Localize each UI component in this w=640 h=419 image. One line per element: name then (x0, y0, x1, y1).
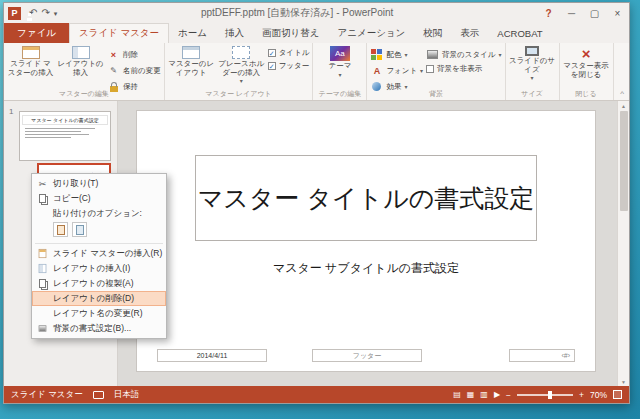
tab-acrobat[interactable]: ACROBAT (488, 23, 551, 43)
paste-options-row (32, 221, 166, 241)
delete-icon: × (111, 50, 116, 60)
powerpoint-window: P ↶ ↷ ▾ pptDEFF.pptm [自動保存済み] - PowerPoi… (3, 2, 630, 404)
rename-button[interactable]: ✎ 名前の変更 (107, 64, 161, 77)
maximize-button[interactable]: ▢ (583, 3, 606, 23)
background-styles-button[interactable]: 背景のスタイル ▾ (426, 48, 501, 61)
footer-placeholder[interactable]: フッター (312, 349, 422, 362)
keyboard-icon (93, 391, 104, 399)
colors-icon (371, 49, 376, 54)
slide-size-label: スライドのサイズ (509, 57, 556, 74)
fit-slide-to-window-button[interactable] (613, 390, 622, 399)
themes-icon: Aa (330, 46, 350, 61)
cut-icon: ✂ (37, 179, 48, 189)
menu-copy-label: コピー(C) (53, 193, 91, 205)
group-edit-master: スライド マスターの挿入 レイアウトの挿入 × 削除 ✎ 名前の変更 (4, 43, 165, 100)
menu-cut[interactable]: ✂ 切り取り(T) (32, 176, 166, 191)
insert-slide-master-label: スライド マスターの挿入 (7, 60, 54, 77)
scroll-up-icon[interactable]: ▲ (621, 101, 626, 110)
zoom-in-button[interactable]: + (579, 390, 584, 400)
app-icon[interactable]: P (8, 7, 21, 20)
normal-view-button[interactable]: ▤ (453, 391, 461, 399)
menu-cut-label: 切り取り(T) (53, 178, 98, 190)
paste-picture-button[interactable] (72, 222, 87, 237)
menu-separator (35, 243, 163, 244)
insert-layout-icon (72, 46, 90, 59)
master-thumbnail-bullets (22, 128, 108, 138)
master-layout-button[interactable]: マスターのレイアウト (168, 45, 215, 77)
copy-icon (39, 194, 46, 203)
menu-rename-layout[interactable]: レイアウト名の変更(R) (32, 306, 166, 321)
context-menu: ✂ 切り取り(T) コピー(C) 貼り付けのオプション: スライド マスターの挿… (31, 173, 167, 339)
close-button[interactable]: × (606, 3, 629, 23)
reading-view-button[interactable]: ▥ (480, 391, 488, 399)
tab-home[interactable]: ホーム (169, 23, 216, 43)
menu-delete-layout[interactable]: レイアウトの削除(D) (32, 291, 166, 306)
tab-slide-master[interactable]: スライド マスター (69, 23, 169, 43)
zoom-level[interactable]: 70% (590, 390, 607, 400)
checkbox-checked-icon: ✓ (268, 49, 276, 57)
tab-review[interactable]: 校閲 (414, 23, 451, 43)
slide-canvas[interactable]: マスター タイトルの書式設定 マスター サブタイトルの書式設定 2014/4/1… (136, 110, 596, 372)
insert-slide-master-icon (22, 46, 40, 59)
insert-slide-master-button[interactable]: スライド マスターの挿入 (7, 45, 54, 77)
menu-insert-layout-label: レイアウトの挿入(I) (53, 263, 130, 275)
scrollbar-thumb[interactable] (620, 111, 628, 211)
subtitle-placeholder[interactable]: マスター サブタイトルの書式設定 (197, 257, 535, 279)
master-layout-icon (182, 46, 200, 59)
insert-placeholder-button[interactable]: プレースホルダーの挿入 ▾ (218, 45, 265, 85)
tab-view[interactable]: 表示 (451, 23, 488, 43)
collapse-ribbon-button[interactable]: ^ (620, 89, 624, 98)
zoom-out-button[interactable]: − (506, 390, 511, 400)
dropdown-icon: ▾ (531, 75, 534, 82)
insert-placeholder-icon (232, 46, 250, 59)
slideshow-button[interactable]: ▶ (494, 391, 500, 399)
fonts-icon: A (374, 66, 381, 76)
themes-button[interactable]: Aa テーマ ▾ (316, 45, 363, 79)
master-slide-thumbnail[interactable]: マスター タイトルの書式設定 (19, 111, 111, 161)
redo-button[interactable]: ↷ (41, 8, 49, 18)
slide-size-button[interactable]: スライドのサイズ ▾ (509, 45, 556, 82)
slide-number-placeholder[interactable]: ‹#› (509, 349, 575, 362)
date-placeholder[interactable]: 2014/4/11 (157, 349, 267, 362)
slide-sorter-view-button[interactable]: ▦ (467, 391, 475, 399)
help-button[interactable]: ? (537, 3, 560, 23)
tab-transitions[interactable]: 画面切り替え (253, 23, 328, 43)
checkbox-unchecked-icon (426, 65, 434, 73)
insert-layout-icon (39, 264, 47, 273)
language-indicator[interactable]: 日本語 (114, 389, 140, 401)
paste-picture-icon (76, 225, 84, 235)
insert-layout-button[interactable]: レイアウトの挿入 (57, 45, 104, 77)
group-close: × マスター表示を閉じる 閉じる (560, 43, 614, 100)
menu-duplicate-layout[interactable]: レイアウトの複製(A) (32, 276, 166, 291)
minimize-button[interactable]: ─ (560, 3, 583, 23)
title-placeholder[interactable]: マスター タイトルの書式設定 (195, 155, 537, 241)
group-label-master-layout: マスター レイアウト (165, 89, 313, 99)
group-label-background: 背景 (367, 89, 504, 99)
format-background-icon (39, 325, 47, 331)
ribbon: スライド マスターの挿入 レイアウトの挿入 × 削除 ✎ 名前の変更 (4, 43, 629, 101)
menu-format-background[interactable]: 背景の書式設定(B)... (32, 321, 166, 336)
status-bar: スライド マスター 日本語 ▤ ▦ ▥ ▶ − + 70% (4, 386, 629, 403)
themes-label: テーマ (328, 62, 351, 71)
scroll-down-icon[interactable]: ▼ (621, 377, 626, 386)
paste-keep-formatting-button[interactable] (53, 222, 68, 237)
title-checkbox-label: タイトル (279, 48, 310, 58)
zoom-slider[interactable] (517, 394, 573, 396)
fonts-button[interactable]: A フォント ▾ (370, 64, 423, 77)
zoom-slider-thumb[interactable] (548, 391, 552, 399)
window-controls: ? ─ ▢ × (537, 3, 629, 23)
tab-file[interactable]: ファイル (4, 23, 69, 43)
tab-insert[interactable]: 挿入 (216, 23, 253, 43)
tab-animations[interactable]: アニメーション (329, 23, 415, 43)
vertical-scrollbar[interactable]: ▲ ▼ (617, 101, 629, 386)
delete-button[interactable]: × 削除 (107, 48, 161, 61)
colors-button[interactable]: 配色 ▾ (370, 48, 423, 61)
close-master-view-button[interactable]: × マスター表示を閉じる (563, 45, 610, 79)
menu-insert-slide-master-label: スライド マスターの挿入(R) (53, 248, 162, 260)
menu-insert-slide-master[interactable]: スライド マスターの挿入(R) (32, 246, 166, 261)
menu-insert-layout[interactable]: レイアウトの挿入(I) (32, 261, 166, 276)
menu-copy[interactable]: コピー(C) (32, 191, 166, 206)
hide-background-checkbox[interactable]: 背景を非表示 (426, 64, 501, 74)
footer-checkbox[interactable]: ✓ フッター (268, 61, 310, 71)
title-checkbox[interactable]: ✓ タイトル (268, 48, 310, 58)
